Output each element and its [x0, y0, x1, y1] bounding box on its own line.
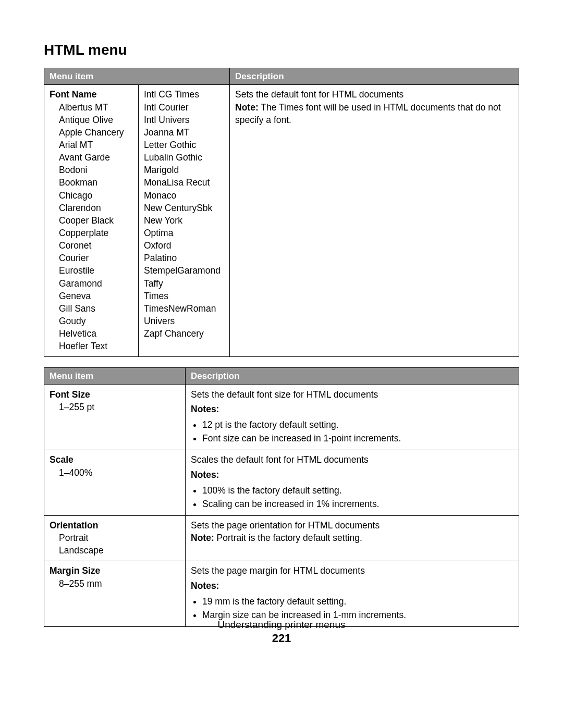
- list-item: Letter Gothic: [144, 139, 224, 151]
- description-text: Sets the page margin for HTML documents: [191, 565, 365, 576]
- description-text: Sets the page orientation for HTML docum…: [191, 520, 380, 530]
- list-item: Courier: [59, 252, 133, 264]
- list-item: Font size can be increased in 1-point in…: [202, 432, 513, 445]
- table-row: Scale1–400%Scales the default font for H…: [44, 450, 519, 516]
- notes-list: 19 mm is the factory default setting.Mar…: [202, 595, 513, 621]
- notes-label: Notes:: [191, 579, 513, 592]
- menu-item-name: Orientation: [50, 519, 180, 532]
- menu-item-option: 8–255 mm: [50, 577, 180, 590]
- list-item: Chicago: [59, 189, 133, 202]
- list-item: Helvetica: [59, 327, 133, 340]
- list-item: Hoefler Text: [59, 340, 133, 352]
- list-item: Antique Olive: [59, 114, 133, 126]
- list-item: Joanna MT: [144, 126, 224, 139]
- menu-item-name: Font Size: [50, 388, 180, 401]
- list-item: Garamond: [59, 277, 133, 290]
- list-item: 19 mm is the factory default setting.: [202, 595, 513, 608]
- notes-list: 12 pt is the factory default setting.Fon…: [202, 418, 513, 445]
- list-item: Arial MT: [59, 139, 133, 151]
- list-item: Intl Univers: [144, 114, 224, 126]
- table-row: OrientationPortraitLandscapeSets the pag…: [44, 515, 519, 561]
- list-item: Eurostile: [59, 264, 133, 277]
- list-item: StempelGaramond: [144, 264, 224, 277]
- list-item: Intl Courier: [144, 101, 224, 114]
- font-name-left-cell: Font Name Albertus MTAntique OliveApple …: [44, 85, 139, 357]
- font-name-label: Font Name: [50, 88, 133, 101]
- font-name-desc-cell: Sets the default font for HTML documents…: [230, 85, 519, 357]
- page-title: HTML menu: [44, 42, 519, 58]
- menu-item-cell: Font Size1–255 pt: [44, 385, 186, 450]
- list-item: TimesNewRoman: [144, 302, 224, 315]
- list-item: Bookman: [59, 176, 133, 189]
- menu-item-cell: Margin Size8–255 mm: [44, 561, 186, 627]
- list-item: Scaling can be increased in 1% increment…: [202, 498, 513, 510]
- list-item: Geneva: [59, 290, 133, 302]
- list-item: Monaco: [144, 189, 224, 202]
- list-item: Avant Garde: [59, 151, 133, 164]
- t1-header-menu-item: Menu item: [44, 68, 230, 85]
- note-text: The Times font will be used in HTML docu…: [235, 102, 501, 125]
- font-name-mid-cell: Intl CG TimesIntl CourierIntl UniversJoa…: [139, 85, 230, 357]
- t2-header-description: Description: [186, 368, 519, 385]
- description-cell: Sets the default font size for HTML docu…: [186, 385, 519, 450]
- notes-list: 100% is the factory default setting.Scal…: [202, 484, 513, 510]
- description-text: Sets the default font size for HTML docu…: [191, 389, 378, 400]
- description-cell: Scales the default font for HTML documen…: [186, 450, 519, 516]
- menu-item-cell: OrientationPortraitLandscape: [44, 515, 186, 561]
- list-item: Palatino: [144, 252, 224, 264]
- footer-page-number: 221: [0, 632, 563, 645]
- menu-item-cell: Scale1–400%: [44, 450, 186, 516]
- font-list-col2: Intl CG TimesIntl CourierIntl UniversJoa…: [144, 88, 224, 340]
- page-footer: Understanding printer menus 221: [0, 619, 563, 645]
- table-row: Font Size1–255 ptSets the default font s…: [44, 385, 519, 450]
- table-row: Margin Size8–255 mmSets the page margin …: [44, 561, 519, 627]
- font-name-desc: Sets the default font for HTML documents: [235, 89, 403, 100]
- menu-item-name: Scale: [50, 453, 180, 466]
- list-item: Cooper Black: [59, 214, 133, 227]
- list-item: Times: [144, 290, 224, 302]
- list-item: Univers: [144, 315, 224, 327]
- list-item: Gill Sans: [59, 302, 133, 315]
- t2-header-menu-item: Menu item: [44, 368, 186, 385]
- settings-table: Menu item Description Font Size1–255 ptS…: [44, 367, 519, 627]
- description-cell: Sets the page margin for HTML documentsN…: [186, 561, 519, 627]
- settings-rows: Font Size1–255 ptSets the default font s…: [44, 385, 519, 626]
- menu-item-option: 1–400%: [50, 466, 180, 479]
- list-item: Clarendon: [59, 202, 133, 214]
- description-cell: Sets the page orientation for HTML docum…: [186, 515, 519, 561]
- list-item: 100% is the factory default setting.: [202, 484, 513, 497]
- list-item: Goudy: [59, 315, 133, 327]
- list-item: Optima: [144, 227, 224, 239]
- list-item: Taffy: [144, 277, 224, 290]
- description-text: Scales the default font for HTML documen…: [191, 454, 369, 465]
- list-item: Zapf Chancery: [144, 327, 224, 340]
- font-list-col1: Albertus MTAntique OliveApple ChanceryAr…: [50, 101, 133, 353]
- menu-item-option: Portrait: [50, 532, 180, 544]
- list-item: Bodoni: [59, 164, 133, 176]
- list-item: Coronet: [59, 239, 133, 252]
- list-item: Copperplate: [59, 227, 133, 239]
- list-item: 12 pt is the factory default setting.: [202, 418, 513, 431]
- list-item: New York: [144, 214, 224, 227]
- list-item: Lubalin Gothic: [144, 151, 224, 164]
- notes-label: Notes:: [191, 468, 513, 481]
- t1-header-description: Description: [230, 68, 519, 85]
- menu-item-name: Margin Size: [50, 564, 180, 577]
- list-item: Albertus MT: [59, 101, 133, 114]
- list-item: New CenturySbk: [144, 202, 224, 214]
- menu-item-option: 1–255 pt: [50, 401, 180, 413]
- font-name-table: Menu item Description Font Name Albertus…: [44, 68, 519, 357]
- note-label: Note:: [235, 102, 259, 113]
- notes-label: Notes:: [191, 403, 513, 415]
- note-label: Note:: [191, 533, 214, 543]
- list-item: Marigold: [144, 164, 224, 176]
- list-item: MonaLisa Recut: [144, 176, 224, 189]
- footer-section: Understanding printer menus: [0, 619, 563, 631]
- note-text: Portrait is the factory default setting.: [214, 533, 362, 543]
- list-item: Apple Chancery: [59, 126, 133, 139]
- list-item: Intl CG Times: [144, 88, 224, 101]
- list-item: Oxford: [144, 239, 224, 252]
- menu-item-option: Landscape: [50, 544, 180, 557]
